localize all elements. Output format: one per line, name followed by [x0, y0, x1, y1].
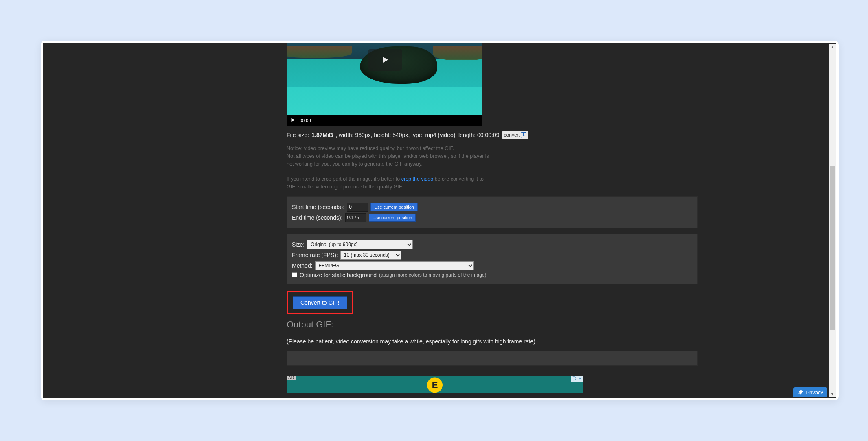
crop-video-link[interactable]: crop the video	[401, 176, 434, 182]
convert-small-label: convert	[504, 132, 520, 138]
time-panel: Start time (seconds): Use current positi…	[287, 196, 698, 228]
patience-note: (Please be patient, video conversion may…	[287, 338, 588, 345]
ad-info-icon[interactable]: ⓘ	[571, 376, 577, 382]
page-content: 00:00 File size: 1.87MiB , width: 960px,…	[43, 43, 828, 398]
convert-small-button[interactable]: convert ⬇	[502, 131, 528, 139]
scroll-down-button[interactable]: ▼	[829, 391, 836, 397]
scroll-up-button[interactable]: ▲	[829, 44, 836, 50]
static-bg-checkbox[interactable]	[292, 272, 297, 277]
gear-icon	[798, 389, 803, 395]
file-info-prefix: File size:	[287, 132, 309, 138]
ad-controls: ⓘ ✕	[571, 376, 583, 382]
file-info: File size: 1.87MiB , width: 960px, heigh…	[287, 131, 588, 139]
static-bg-label: Optimize for static background	[300, 272, 377, 278]
file-size: 1.87MiB	[311, 132, 333, 138]
vertical-scrollbar[interactable]: ▲ ▼	[829, 44, 836, 397]
video-play-button[interactable]	[290, 117, 296, 124]
notice-line3a: If you intend to crop part of the image,…	[287, 176, 401, 182]
play-icon	[381, 55, 390, 65]
notice-text: Notice: video preview may have reduced q…	[287, 145, 490, 191]
size-label: Size:	[292, 241, 305, 248]
output-box	[287, 351, 698, 366]
ad-close-icon[interactable]: ✕	[577, 376, 583, 382]
scroll-track[interactable]	[829, 50, 836, 391]
start-time-input[interactable]	[347, 203, 368, 212]
ad-banner[interactable]: AD E ⓘ ✕	[287, 376, 583, 393]
end-time-label: End time (seconds):	[292, 214, 343, 221]
use-current-end-button[interactable]: Use current position	[369, 214, 416, 222]
video-play-overlay[interactable]	[368, 49, 402, 71]
privacy-label: Privacy	[806, 389, 823, 395]
start-time-label: Start time (seconds):	[292, 204, 344, 210]
download-icon: ⬇	[521, 132, 526, 138]
size-select[interactable]: Original (up to 600px)	[307, 240, 413, 249]
end-time-input[interactable]	[345, 213, 366, 222]
fps-select[interactable]: 10 (max 30 seconds)	[340, 251, 401, 260]
play-icon	[290, 117, 296, 123]
notice-line1: Notice: video preview may have reduced q…	[287, 145, 490, 153]
outer-frame: 00:00 File size: 1.87MiB , width: 960px,…	[41, 41, 839, 400]
file-info-rest: , width: 960px, height: 540px, type: mp4…	[335, 132, 499, 138]
video-scene-shore-left	[287, 46, 352, 58]
fps-label: Frame rate (FPS):	[292, 252, 338, 258]
output-heading: Output GIF:	[287, 319, 588, 330]
method-label: Method:	[292, 262, 313, 269]
scroll-thumb[interactable]	[830, 166, 835, 329]
video-scene-shore-right	[433, 46, 482, 60]
static-bg-note: (assign more colors to moving parts of t…	[379, 272, 486, 278]
video-time: 00:00	[300, 118, 311, 123]
options-panel: Size: Original (up to 600px) Frame rate …	[287, 234, 698, 284]
video-preview[interactable]: 00:00	[287, 43, 482, 126]
notice-line2: Not all types of video can be played wit…	[287, 153, 490, 168]
ad-tag: AD	[287, 376, 296, 380]
privacy-button[interactable]: Privacy	[793, 387, 827, 397]
convert-to-gif-button[interactable]: Convert to GIF!	[293, 296, 347, 309]
browser-viewport: 00:00 File size: 1.87MiB , width: 960px,…	[43, 43, 836, 398]
video-controls: 00:00	[287, 115, 482, 126]
method-select[interactable]: FFMPEG	[315, 261, 474, 270]
ad-logo: E	[427, 377, 443, 393]
use-current-start-button[interactable]: Use current position	[370, 203, 418, 211]
convert-highlight: Convert to GIF!	[287, 291, 353, 314]
